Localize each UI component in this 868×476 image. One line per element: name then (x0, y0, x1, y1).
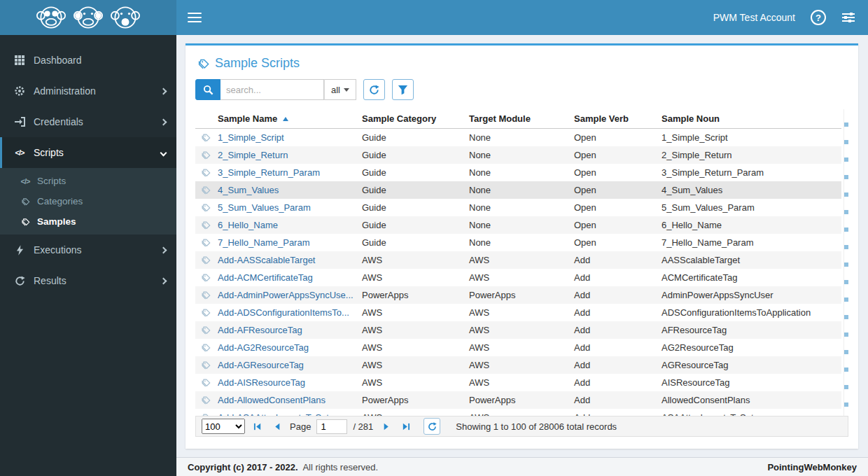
cell-target-module: AWS (465, 307, 570, 318)
table-row[interactable]: Add-ACMCertificateTag AWS AWS Add ACMCer… (195, 269, 841, 286)
column-header-sample-noun[interactable]: Sample Noun (657, 113, 841, 124)
sample-name-link[interactable]: Add-ASAAttachmentsToSet (218, 412, 329, 416)
cell-sample-noun: 1_Simple_Script (657, 132, 841, 143)
first-page-button[interactable] (251, 419, 265, 433)
cell-sample-verb: Add (570, 290, 657, 300)
cell-sample-category: Guide (358, 132, 465, 143)
filter-button[interactable] (392, 79, 414, 100)
search-button[interactable] (195, 79, 220, 100)
current-page-input[interactable] (316, 419, 347, 434)
sample-name-link[interactable]: 1_Simple_Script (218, 132, 284, 143)
cell-sample-category: Guide (358, 220, 465, 230)
table-row[interactable]: 4_Sum_Values Guide None Open 4_Sum_Value… (195, 181, 841, 199)
cell-sample-category: Guide (358, 150, 465, 160)
sample-name-link[interactable]: 5_Sum_Values_Param (218, 202, 311, 213)
sample-name-link[interactable]: 2_Simple_Return (218, 150, 288, 160)
cell-sample-verb: Add (570, 325, 657, 335)
sample-name-link[interactable]: Add-ACMCertificateTag (218, 272, 313, 283)
cell-sample-noun: 5_Sum_Values_Param (657, 202, 841, 213)
total-pages-label: / 281 (353, 421, 373, 432)
sample-name-link[interactable]: Add-AISResourceTag (218, 377, 305, 388)
see-no-evil-monkey-icon (35, 3, 67, 32)
cell-sample-category: Guide (358, 185, 465, 195)
account-name[interactable]: PWM Test Account (713, 12, 795, 23)
cell-sample-noun: AdminPowerAppsSyncUser (657, 290, 841, 300)
sample-name-link[interactable]: Add-AFResourceTag (218, 325, 302, 335)
next-page-button[interactable] (379, 419, 393, 433)
page-footer: Copyright (c) 2017 - 2022. All rights re… (176, 457, 868, 476)
cell-target-module: AWS (465, 325, 570, 335)
sidebar-item-credentials[interactable]: Credentials (0, 106, 176, 137)
sample-name-link[interactable]: Add-AASScalableTarget (218, 255, 315, 265)
sidebar-item-executions[interactable]: Executions (0, 234, 176, 265)
sidebar-item-dashboard[interactable]: Dashboard (0, 45, 176, 76)
gear-icon (13, 85, 27, 97)
tag-icon (20, 197, 31, 206)
cell-target-module: None (465, 132, 570, 143)
column-header-sample-name[interactable]: Sample Name (214, 113, 358, 124)
table-row[interactable]: Add-AllowedConsentPlans PowerApps PowerA… (195, 391, 841, 409)
column-header-target-module[interactable]: Target Module (465, 113, 570, 124)
search-scope-select[interactable]: all (324, 79, 356, 100)
sample-name-link[interactable]: Add-AG2ResourceTag (218, 342, 309, 353)
sample-name-link[interactable]: Add-AllowedConsentPlans (218, 395, 326, 405)
sidebar-toggle-hamburger-icon[interactable] (188, 13, 202, 22)
sample-name-link[interactable]: 3_Simple_Return_Param (218, 167, 320, 178)
grid-toolbar: all (195, 79, 848, 100)
cell-sample-verb: Add (570, 342, 657, 353)
sample-name-link[interactable]: 6_Hello_Name (218, 220, 278, 230)
sample-name-link[interactable]: 7_Hello_Name_Param (218, 237, 310, 248)
table-row[interactable]: 1_Simple_Script Guide None Open 1_Simple… (195, 129, 841, 146)
brand-logo[interactable] (0, 0, 176, 35)
cell-target-module: AWS (465, 360, 570, 370)
table-row[interactable]: Add-ASAAttachmentsToSet AWS AWS Add ASAA… (195, 409, 841, 416)
page-size-select[interactable]: 100 (202, 419, 245, 434)
table-row[interactable]: 5_Sum_Values_Param Guide None Open 5_Sum… (195, 199, 841, 216)
table-row[interactable]: 2_Simple_Return Guide None Open 2_Simple… (195, 146, 841, 164)
sidebar-subitem-categories[interactable]: Categories (0, 191, 176, 211)
sidebar-subitem-samples[interactable]: Samples (0, 211, 176, 232)
table-row[interactable]: Add-AISResourceTag AWS AWS Add AISResour… (195, 374, 841, 391)
table-row[interactable]: Add-AASScalableTarget AWS AWS Add AASSca… (195, 251, 841, 269)
column-header-sample-verb[interactable]: Sample Verb (570, 113, 657, 124)
cell-sample-noun: AASScalableTarget (657, 255, 841, 265)
sidebar-item-scripts[interactable]: </> Scripts (0, 137, 176, 168)
sidebar-item-administration[interactable]: Administration (0, 76, 176, 106)
pager-refresh-button[interactable] (424, 418, 440, 435)
refresh-button[interactable] (363, 79, 385, 100)
table-row[interactable]: 7_Hello_Name_Param Guide None Open 7_Hel… (195, 234, 841, 251)
content-card: Sample Scripts all (186, 43, 858, 449)
cell-sample-category: AWS (358, 412, 465, 416)
table-row[interactable]: 6_Hello_Name Guide None Open 6_Hello_Nam… (195, 216, 841, 234)
settings-sliders-icon[interactable] (841, 12, 855, 23)
sidebar-item-results[interactable]: Results (0, 265, 176, 296)
previous-page-button[interactable] (270, 419, 284, 433)
cell-sample-category: AWS (358, 272, 465, 283)
cell-target-module: PowerApps (465, 290, 570, 300)
cell-sample-noun: AFResourceTag (657, 325, 841, 335)
table-row[interactable]: 3_Simple_Return_Param Guide None Open 3_… (195, 164, 841, 181)
table-row[interactable]: Add-AG2ResourceTag AWS AWS Add AG2Resour… (195, 339, 841, 356)
last-page-button[interactable] (398, 419, 412, 433)
sample-name-link[interactable]: Add-AdminPowerAppsSyncUse... (218, 290, 354, 300)
cell-sample-noun: 2_Simple_Return (657, 150, 841, 160)
tags-icon (195, 273, 214, 282)
table-row[interactable]: Add-ADSConfigurationItemsTo... AWS AWS A… (195, 304, 841, 321)
help-icon[interactable]: ? (811, 10, 826, 25)
column-header-sample-category[interactable]: Sample Category (358, 113, 465, 124)
vertical-scrollbar[interactable] (844, 109, 848, 416)
cell-sample-noun: AISResourceTag (657, 377, 841, 388)
sample-name-link[interactable]: 4_Sum_Values (218, 185, 279, 195)
sample-name-link[interactable]: Add-ADSConfigurationItemsTo... (218, 307, 349, 318)
tags-icon (195, 186, 214, 195)
cell-sample-verb: Add (570, 412, 657, 416)
sample-name-link[interactable]: Add-AGResourceTag (218, 360, 304, 370)
search-input[interactable] (220, 79, 324, 100)
tags-icon (195, 168, 214, 177)
table-row[interactable]: Add-AFResourceTag AWS AWS Add AFResource… (195, 321, 841, 339)
cell-target-module: None (465, 237, 570, 248)
table-row[interactable]: Add-AdminPowerAppsSyncUse... PowerApps P… (195, 286, 841, 304)
cell-sample-category: AWS (358, 342, 465, 353)
sidebar-subitem-scripts[interactable]: </> Scripts (0, 171, 176, 191)
table-row[interactable]: Add-AGResourceTag AWS AWS Add AGResource… (195, 356, 841, 374)
